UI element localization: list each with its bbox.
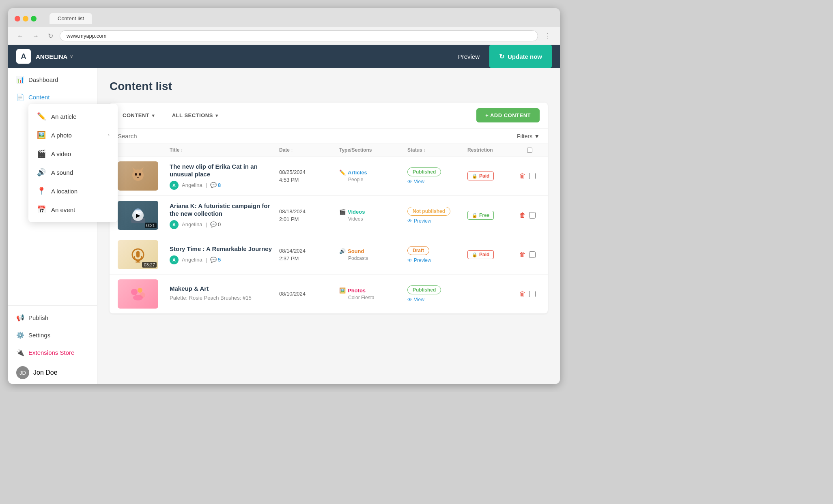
select-all-checkbox[interactable]	[527, 148, 532, 153]
delete-button[interactable]: 🗑	[519, 212, 526, 219]
dropdown-item-label: A photo	[51, 132, 72, 139]
chevron-right-icon: ›	[108, 132, 110, 138]
dropdown-item-event[interactable]: 📅 An event	[28, 200, 118, 219]
user-profile-item[interactable]: JD Jon Doe	[8, 361, 97, 384]
comment-count: 0	[218, 221, 221, 227]
dropdown-item-location[interactable]: 📍 A location	[28, 182, 118, 200]
type-name: Videos	[348, 209, 365, 215]
date-cell: 08/10/2024	[279, 290, 336, 298]
time-value: 2:01 PM	[279, 215, 336, 223]
thumbnail-image	[118, 279, 158, 309]
play-button-icon[interactable]: ▶	[132, 210, 144, 221]
date-value: 08/10/2024	[279, 290, 336, 298]
close-window-btn[interactable]	[15, 16, 20, 21]
forward-button[interactable]: →	[30, 31, 41, 41]
table-row: The new clip of Erika Cat in an unusual …	[110, 157, 548, 196]
update-icon: ↻	[499, 53, 504, 60]
sidebar-item-dashboard[interactable]: 📊 Dashboard	[8, 71, 97, 88]
content-icon: 📄	[16, 93, 24, 101]
sections-arrow-icon: ▼	[215, 113, 219, 118]
date-value: 08/18/2024	[279, 208, 336, 216]
eye-icon: 👁	[407, 297, 412, 302]
reload-button[interactable]: ↻	[45, 30, 56, 41]
row-checkbox[interactable]	[529, 291, 536, 297]
svg-rect-8	[137, 260, 139, 262]
preview-link[interactable]: 👁 Preview	[407, 218, 464, 224]
view-link[interactable]: 👁 View	[407, 179, 464, 184]
status-badge: Draft	[407, 246, 429, 255]
col-type: Type/Sections	[339, 147, 404, 153]
sidebar-item-label: Extensions Store	[28, 349, 74, 356]
author-name: Angelina	[182, 182, 202, 188]
content-meta: A Angelina | 💬 8	[170, 181, 276, 190]
author-name: Angelina	[182, 257, 202, 263]
row-checkbox[interactable]	[529, 173, 536, 179]
browser-menu-button[interactable]: ⋮	[542, 30, 553, 41]
dropdown-item-sound[interactable]: 🔊 A sound	[28, 163, 118, 182]
status-badge: Published	[407, 167, 441, 176]
author-avatar: A	[170, 255, 179, 264]
content-meta: A Angelina | 💬 0	[170, 220, 276, 229]
sidebar-item-settings[interactable]: ⚙️ Settings	[8, 326, 97, 344]
content-info: The new clip of Erika Cat in an unusual …	[170, 163, 276, 190]
preview-link[interactable]: 👁 Preview	[407, 257, 464, 263]
row-checkbox[interactable]	[529, 212, 536, 219]
dropdown-item-label: A sound	[51, 169, 73, 176]
dropdown-item-photo[interactable]: 🖼️ A photo ›	[28, 126, 118, 144]
sidebar-item-extensions[interactable]: 🔌 Extensions Store	[8, 344, 97, 361]
sidebar-item-label: Dashboard	[28, 76, 58, 83]
type-label: 🔊 Sound	[339, 248, 404, 254]
dropdown-item-video[interactable]: 🎬 A video	[28, 144, 118, 163]
duration-badge: 03:27	[142, 262, 157, 268]
restriction-badge: 🔒 Paid	[467, 172, 494, 180]
row-checkbox[interactable]	[529, 251, 536, 258]
status-badge: Published	[407, 285, 441, 294]
duration-badge: 0:21	[145, 223, 157, 228]
dropdown-item-article[interactable]: ✏️ An article	[28, 107, 118, 126]
author-avatar: A	[170, 181, 179, 190]
extensions-icon: 🔌	[16, 349, 24, 356]
status-cell: Published 👁 View	[407, 167, 464, 184]
content-panel: CONTENT ▼ ALL SECTIONS ▼ + ADD CONTENT	[110, 103, 548, 313]
makeup-thumbnail-image	[127, 283, 149, 305]
comment-badge: 💬 5	[210, 257, 221, 263]
sidebar-item-label: Publish	[28, 314, 48, 321]
address-bar[interactable]: www.myapp.com	[60, 30, 538, 41]
sections-filter-button[interactable]: ALL SECTIONS ▼	[167, 110, 224, 121]
maximize-window-btn[interactable]	[31, 16, 37, 21]
type-icon: 🖼️	[339, 287, 346, 294]
minimize-window-btn[interactable]	[23, 16, 28, 21]
type-sub: Color Fiesta	[348, 295, 404, 300]
search-input[interactable]	[118, 133, 512, 139]
search-row: Filters ▼	[110, 129, 548, 144]
delete-button[interactable]: 🗑	[519, 172, 526, 180]
add-content-button[interactable]: + ADD CONTENT	[476, 108, 540, 122]
status-sort-icon[interactable]: ↕	[424, 148, 426, 152]
delete-button[interactable]: 🗑	[519, 290, 526, 298]
status-cell: Published 👁 View	[407, 285, 464, 302]
delete-button[interactable]: 🗑	[519, 251, 526, 258]
content-filter-button[interactable]: CONTENT ▼	[118, 110, 161, 121]
preview-button[interactable]: Preview	[448, 50, 489, 63]
brand-name[interactable]: ANGELINA ∨	[36, 53, 73, 60]
col-date: Date ↕	[279, 147, 336, 153]
content-thumbnail: ▶ 0:21	[118, 201, 158, 230]
title-sort-icon[interactable]: ↕	[181, 148, 183, 152]
article-icon: ✏️	[37, 112, 46, 121]
type-name: Sound	[348, 248, 364, 254]
back-button[interactable]: ←	[15, 31, 26, 41]
date-sort-icon[interactable]: ↕	[291, 148, 293, 152]
update-now-button[interactable]: ↻ Update now	[489, 45, 552, 68]
type-name: Photos	[348, 287, 366, 294]
event-icon: 📅	[37, 205, 46, 214]
content-thumbnail: 03:27	[118, 240, 158, 269]
content-title: The new clip of Erika Cat in an unusual …	[170, 163, 276, 178]
date-value: 08/14/2024	[279, 247, 336, 255]
sidebar-item-publish[interactable]: 📢 Publish	[8, 309, 97, 326]
type-cell: 🎬 Videos Videos	[339, 209, 404, 222]
sidebar-item-content[interactable]: 📄 Content ✏️ An article 🖼️ A photo ›	[8, 88, 97, 106]
view-link[interactable]: 👁 View	[407, 297, 464, 302]
browser-tab[interactable]: Content list	[50, 13, 92, 24]
filters-chevron-icon: ▼	[534, 133, 540, 139]
filters-button[interactable]: Filters ▼	[517, 133, 540, 139]
